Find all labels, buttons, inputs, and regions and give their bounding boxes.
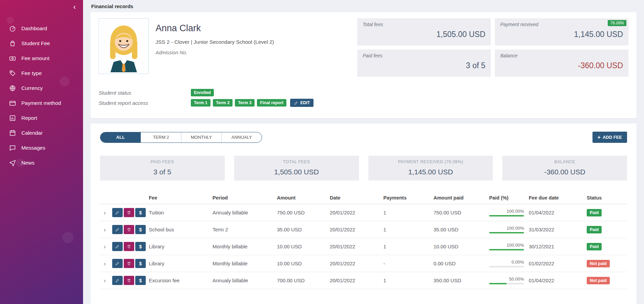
- sidebar-item-fee-amount[interactable]: Fee amount: [0, 51, 83, 66]
- fee-due-date: 30/12/2021: [529, 244, 587, 249]
- delete-fee-button[interactable]: [124, 276, 134, 285]
- edit-fee-button[interactable]: [112, 276, 123, 285]
- fee-date: 20/01/2022: [330, 278, 383, 283]
- fee-name: School bus: [149, 227, 213, 232]
- trash-icon: [127, 210, 131, 215]
- plus-icon: +: [598, 135, 601, 139]
- fee-due-date: 01/04/2022: [529, 210, 587, 215]
- fee-payments: 1: [383, 278, 434, 283]
- report-badge-term2: Term 2: [213, 99, 233, 107]
- payment-button[interactable]: $: [135, 259, 146, 268]
- fee-date: 20/01/2022: [330, 210, 383, 215]
- table-row: › $ Library Monthly billable 10.00 USD 2…: [100, 255, 627, 272]
- paid-progress-bar: [489, 249, 524, 250]
- edit-fee-button[interactable]: [112, 259, 123, 268]
- sidebar-item-currency[interactable]: Currency: [0, 81, 83, 96]
- fee-amount: 750.00 USD: [277, 210, 330, 215]
- sidebar-item-label: Fee type: [21, 70, 42, 76]
- sidebar-item-student-fee[interactable]: Student Fee: [0, 36, 83, 51]
- fee-amount: 35.00 USD: [277, 227, 330, 232]
- sidebar-item-news[interactable]: News: [0, 155, 83, 170]
- sidebar-item-messages[interactable]: Messages: [0, 140, 83, 155]
- fee-period: Annualy billable: [213, 278, 277, 283]
- fee-summary-grid: Total fees 1,505.00 USD 76.08% Payment r…: [357, 18, 628, 77]
- student-profile-card: Anna Clark JSS 2 - Clover | Junior Secon…: [90, 12, 637, 118]
- col-payments: Payments: [383, 195, 434, 201]
- delete-fee-button[interactable]: [124, 208, 134, 217]
- fee-name: Library: [149, 244, 213, 249]
- row-expand-chevron[interactable]: ›: [100, 243, 112, 250]
- fee-date: 20/01/2022: [330, 244, 383, 249]
- pencil-icon: [115, 244, 120, 249]
- sidebar-item-label: Messages: [21, 145, 45, 151]
- paid-percent-label: 100.00%: [489, 226, 524, 231]
- balance-value: -360.00 USD: [500, 61, 623, 70]
- avatar-illustration: [100, 20, 147, 72]
- tab-all[interactable]: ALL: [100, 132, 141, 142]
- fee-payments: 1: [383, 210, 434, 215]
- fee-payments: -: [383, 261, 434, 266]
- delete-fee-button[interactable]: [124, 225, 134, 234]
- row-expand-chevron[interactable]: ›: [100, 277, 112, 284]
- sidebar-item-label: News: [21, 160, 35, 166]
- delete-fee-button[interactable]: [124, 259, 134, 268]
- paid-progress-bar: [489, 232, 524, 233]
- total-fees-value: 1,505.00 USD: [363, 30, 485, 39]
- col-date: Date: [330, 195, 383, 201]
- paid-fees-label: Paid fees: [363, 53, 485, 58]
- row-expand-chevron[interactable]: ›: [100, 226, 112, 233]
- student-avatar: [99, 18, 149, 74]
- edit-fee-button[interactable]: [112, 208, 123, 217]
- tab-monthly[interactable]: MONTHLY: [181, 132, 221, 142]
- pencil-icon: [294, 101, 298, 105]
- pencil-icon: [115, 210, 120, 215]
- col-period: Period: [213, 195, 277, 201]
- fee-date: 20/01/2022: [330, 227, 383, 232]
- trash-icon: [127, 261, 131, 266]
- sidebar-item-label: Payment method: [21, 100, 61, 106]
- fee-amount-paid: 350.00 USD: [434, 278, 489, 283]
- sidebar-item-dashboard[interactable]: Dashboard: [0, 21, 83, 36]
- stat-total-fees: TOTAL FEES 1,505.00 USD: [234, 156, 359, 180]
- table-row: › $ Library Monthly billable 10.00 USD 2…: [100, 238, 627, 255]
- sidebar-item-label: Student Fee: [21, 40, 50, 46]
- tab-term2[interactable]: TERM 2: [141, 132, 181, 142]
- fee-due-date: 31/03/2022: [529, 227, 587, 232]
- currency-icon: [9, 84, 16, 92]
- edit-report-access-button[interactable]: EDIT: [290, 99, 314, 107]
- student-name: Anna Clark: [156, 23, 357, 34]
- sidebar-item-fee-type[interactable]: Fee type: [0, 66, 83, 81]
- payment-button[interactable]: $: [135, 225, 146, 234]
- enrolled-status-badge: Enrolled: [191, 89, 214, 96]
- balance-label: Balance: [500, 53, 623, 58]
- fee-amount-paid: 0.00 USD: [434, 261, 489, 266]
- add-fee-button[interactable]: + ADD FEE: [592, 132, 627, 143]
- row-expand-chevron[interactable]: ›: [100, 260, 112, 267]
- delete-fee-button[interactable]: [124, 242, 134, 251]
- main-content: Financial records: [83, 0, 644, 304]
- payment-button[interactable]: $: [135, 242, 146, 251]
- payment-received-label: Payment received: [500, 22, 623, 27]
- sidebar-item-payment-method[interactable]: Payment method: [0, 96, 83, 111]
- tab-annualy[interactable]: ANNUALY: [221, 132, 262, 142]
- student-status-label: Student status: [99, 90, 191, 96]
- status-badge: Not paid: [587, 260, 610, 267]
- edit-fee-button[interactable]: [112, 242, 123, 251]
- edit-fee-button[interactable]: [112, 225, 123, 234]
- payment-button[interactable]: $: [135, 208, 146, 217]
- table-row: › $ Excursion fee Annualy billable 700.0…: [100, 272, 627, 289]
- table-row: › $ School bus Term 2 35.00 USD 20/01/20…: [100, 221, 627, 238]
- row-expand-chevron[interactable]: ›: [100, 209, 112, 216]
- sidebar-item-calendar[interactable]: Calendar: [0, 126, 83, 140]
- fee-date: 20/01/2022: [330, 261, 383, 266]
- table-header-row: Fee Period Amount Date Payments Amount p…: [100, 191, 627, 204]
- sidebar-item-report[interactable]: Report: [0, 111, 83, 126]
- paid-progress-bar: [489, 215, 524, 216]
- col-status: Status: [587, 195, 627, 201]
- sidebar-item-label: Calendar: [21, 130, 43, 136]
- report-badge-term3: Term 3: [235, 99, 255, 107]
- paid-percent-label: 100.00%: [489, 209, 524, 214]
- sidebar-collapse-icon[interactable]: ‹: [70, 3, 79, 12]
- col-amount-paid: Amount paid: [434, 195, 489, 201]
- payment-button[interactable]: $: [135, 276, 146, 285]
